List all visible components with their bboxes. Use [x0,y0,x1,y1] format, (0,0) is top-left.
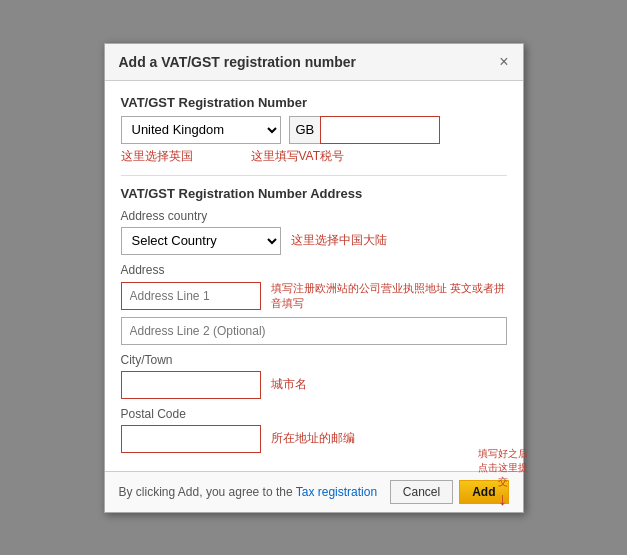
country-select[interactable]: United Kingdom Germany France Italy Spai… [121,116,281,144]
address-line1-wrapper: 填写注册欧洲站的公司营业执照地址 英文或者拼音填写 [121,281,507,311]
vat-hints-row: 这里选择英国 这里填写VAT税号 [121,148,507,165]
address-country-hint: 这里选择中国大陆 [291,232,387,249]
vat-row: United Kingdom Germany France Italy Spai… [121,116,507,144]
footer-prefix: By clicking Add, you agree to the [119,485,293,499]
postal-label: Postal Code [121,407,507,421]
hint-country: 这里选择英国 [121,148,193,165]
address-line2-wrapper [121,317,507,345]
address-section-title: VAT/GST Registration Number Address [121,186,507,201]
footer-wrapper: By clicking Add, you agree to the Tax re… [105,471,523,512]
footer-buttons: Cancel Add [390,480,509,504]
hint-vat: 这里填写VAT税号 [251,148,345,165]
modal-title: Add a VAT/GST registration number [119,54,357,70]
modal-footer: By clicking Add, you agree to the Tax re… [105,471,523,512]
postal-hint: 所在地址的邮编 [271,430,355,447]
address-country-label: Address country [121,209,507,223]
modal-body: VAT/GST Registration Number United Kingd… [105,81,523,471]
close-icon[interactable]: × [499,54,508,70]
vat-section-title: VAT/GST Registration Number [121,95,507,110]
address-line2-input[interactable] [121,317,507,345]
postal-row: 所在地址的邮编 [121,425,507,453]
footer-text: By clicking Add, you agree to the Tax re… [119,485,378,499]
address-line1-hint: 填写注册欧洲站的公司营业执照地址 英文或者拼音填写 [271,281,507,311]
postal-input[interactable] [121,425,261,453]
add-button[interactable]: Add [459,480,508,504]
vat-input-wrapper: GB [289,116,441,144]
modal: Add a VAT/GST registration number × VAT/… [104,43,524,513]
cancel-button[interactable]: Cancel [390,480,453,504]
city-label: City/Town [121,353,507,367]
modal-header: Add a VAT/GST registration number × [105,44,523,81]
address-label: Address [121,263,507,277]
address-line1-row: 填写注册欧洲站的公司营业执照地址 英文或者拼音填写 [121,281,507,311]
city-input[interactable] [121,371,261,399]
city-hint: 城市名 [271,376,307,393]
modal-overlay: Add a VAT/GST registration number × VAT/… [0,0,627,555]
address-country-row: Select Country China United Kingdom Germ… [121,227,507,255]
tax-registration-link[interactable]: Tax registration [296,485,377,499]
gb-prefix: GB [289,116,321,144]
city-row: 城市名 [121,371,507,399]
address-country-select[interactable]: Select Country China United Kingdom Germ… [121,227,281,255]
vat-number-input[interactable] [320,116,440,144]
address-line1-input[interactable] [121,282,261,310]
